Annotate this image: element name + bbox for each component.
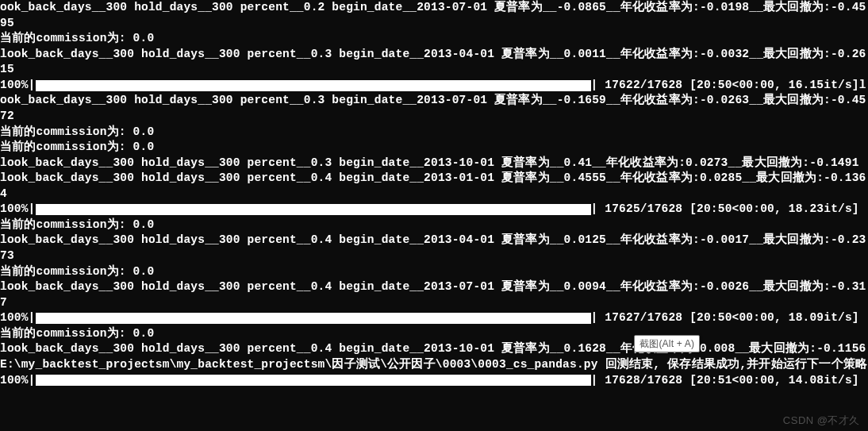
output-line: look_back_days__300 hold_days__300 perce…	[0, 233, 868, 264]
progress-stats: | 17627/17628 [20:50<00:00, 18.09it/s]	[591, 310, 859, 326]
progress-stats: | 17622/17628 [20:50<00:00, 16.15it/s]l	[591, 78, 866, 94]
progress-line: 100%| | 17625/17628 [20:50<00:00, 18.23i…	[0, 202, 868, 217]
terminal-output[interactable]: ook_back_days__300 hold_days__300 percen…	[0, 0, 868, 431]
csdn-watermark: CSDN @不才久	[783, 414, 860, 428]
output-line: ook_back_days__300 hold_days__300 percen…	[0, 0, 868, 31]
output-line: ook_back_days__300 hold_days__300 percen…	[0, 93, 868, 124]
output-line: E:\my_backtest_projectsm\my_backtest_pro…	[0, 357, 868, 373]
output-line: look_back_days__300 hold_days__300 perce…	[0, 341, 868, 357]
output-line: look_back_days__300 hold_days__300 perce…	[0, 156, 868, 171]
progress-stats: | 17625/17628 [20:50<00:00, 18.23it/s]	[591, 202, 859, 217]
progress-percent: 100%|	[0, 310, 36, 326]
progress-fill	[36, 375, 591, 386]
progress-percent: 100%|	[0, 78, 36, 94]
progress-line: 100%| | 17627/17628 [20:50<00:00, 18.09i…	[0, 310, 868, 326]
output-line: look_back_days__300 hold_days__300 perce…	[0, 47, 868, 78]
output-line: 当前的commission为: 0.0	[0, 31, 868, 47]
output-line: 当前的commission为: 0.0	[0, 125, 868, 140]
output-line: 当前的commission为: 0.0	[0, 140, 868, 156]
output-line: look_back_days__300 hold_days__300 perce…	[0, 171, 868, 202]
output-line: 当前的commission为: 0.0	[0, 326, 868, 342]
output-line: 当前的commission为: 0.0	[0, 217, 868, 233]
progress-fill	[36, 313, 591, 324]
output-line: look_back_days__300 hold_days__300 perce…	[0, 279, 868, 310]
output-line: 当前的commission为: 0.0	[0, 264, 868, 280]
progress-fill	[36, 80, 591, 91]
progress-fill	[36, 204, 591, 215]
progress-stats: | 17628/17628 [20:51<00:00, 14.08it/s]	[591, 373, 859, 389]
progress-percent: 100%|	[0, 202, 36, 217]
progress-line: 100%| | 17622/17628 [20:50<00:00, 16.15i…	[0, 78, 868, 94]
screenshot-tooltip: 截图(Alt + A)	[634, 335, 700, 352]
progress-percent: 100%|	[0, 373, 36, 389]
progress-line: 100%| | 17628/17628 [20:51<00:00, 14.08i…	[0, 373, 868, 389]
